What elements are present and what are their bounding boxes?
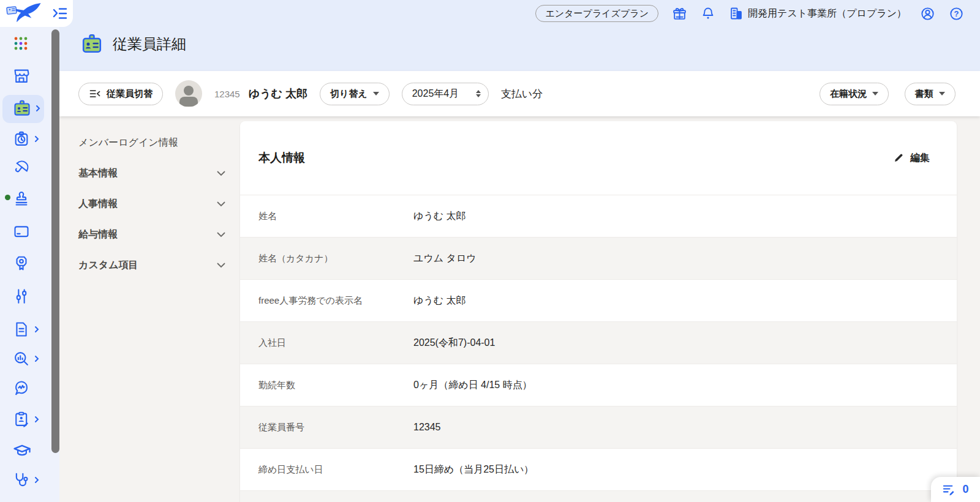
nav-item-custom-fields[interactable]: カスタム項目 <box>78 250 225 280</box>
row-value: ゆうむ 太郎 <box>413 210 466 223</box>
enrollment-status-label: 在籍状況 <box>830 88 867 100</box>
help-icon[interactable]: ? <box>949 6 964 21</box>
nav-item-label: カスタム項目 <box>78 259 138 272</box>
sidebar-item-survey[interactable] <box>0 411 49 428</box>
chevron-right-icon <box>35 104 41 113</box>
row-value: 12345 <box>413 422 441 433</box>
caret-down-icon <box>939 92 945 96</box>
period-suffix: 支払い分 <box>501 87 543 101</box>
info-row: 締め日支払い日 15日締め（当月25日払い） <box>240 448 957 490</box>
chevron-down-icon <box>217 232 225 238</box>
row-label: freee人事労務での表示名 <box>258 295 413 307</box>
sidebar-item-training[interactable] <box>0 441 49 460</box>
employee-number: 12345 <box>214 89 240 99</box>
edit-label: 編集 <box>910 152 930 165</box>
page-title: 従業員詳細 <box>113 34 186 54</box>
topbar: エンタープライズプラン <box>59 0 980 27</box>
period-select-value: 2025年4月 <box>412 88 459 100</box>
row-value: 2025(令和7)-04-01 <box>413 337 495 350</box>
employee-badge-icon <box>13 99 31 118</box>
list-switch-icon <box>89 88 101 100</box>
apps-grid-icon <box>13 36 29 51</box>
freee-logo[interactable] <box>5 2 43 25</box>
switch-employee-button[interactable]: 従業員切替 <box>78 83 163 105</box>
employee-name: ゆうむ 太郎 <box>249 86 307 101</box>
app-header: エンタープライズプラン <box>59 0 980 71</box>
chevron-right-icon <box>34 476 40 484</box>
switch-dropdown-button[interactable]: 切り替え <box>320 83 390 105</box>
company-menu[interactable]: 開発用テスト事業所（プロプラン） <box>729 6 907 21</box>
employee-avatar <box>175 80 202 107</box>
row-value: 15日締め（当月25日払い） <box>413 463 533 476</box>
enrollment-status-button[interactable]: 在籍状況 <box>820 83 889 105</box>
sidebar-item-benefits[interactable] <box>0 255 49 272</box>
sidebar-item-documents[interactable] <box>0 321 49 338</box>
sidebar-item-employees[interactable] <box>0 99 49 118</box>
sidebar-item-attendance[interactable] <box>0 130 49 148</box>
sidebar-item-apps[interactable] <box>0 36 49 51</box>
sidebar-item-insight[interactable] <box>0 380 49 397</box>
app-sidebar <box>0 0 59 502</box>
chevron-right-icon <box>34 325 40 334</box>
stethoscope-icon <box>13 471 30 489</box>
info-row: 入社日 2025(令和7)-04-01 <box>240 321 957 364</box>
card-title: 本人情報 <box>258 150 305 166</box>
row-label: 入社日 <box>258 337 413 349</box>
row-label: 勤続年数 <box>258 380 413 391</box>
nav-item-label: メンバーログイン情報 <box>78 137 178 149</box>
row-label: 従業員番号 <box>258 422 413 433</box>
chevron-down-icon <box>217 171 225 176</box>
nav-item-label: 給与情報 <box>78 228 118 241</box>
sidebar-item-leave[interactable] <box>0 159 49 176</box>
approval-notification-dot <box>5 195 10 200</box>
gift-icon[interactable] <box>672 6 687 21</box>
stepper-arrows-icon <box>476 90 481 97</box>
sidebar-item-store[interactable] <box>0 67 49 84</box>
page-title-row: 従業員詳細 <box>81 33 186 55</box>
sidebar-item-payroll[interactable] <box>0 223 49 240</box>
nav-item-label: 人事情報 <box>78 198 118 211</box>
company-name: 開発用テスト事業所（プロプラン） <box>748 7 907 20</box>
bell-icon[interactable] <box>701 6 715 21</box>
chevron-down-icon <box>217 201 225 207</box>
sidebar-scrollbar[interactable] <box>51 29 59 453</box>
caret-down-icon <box>373 92 379 96</box>
nav-item-hr-info[interactable]: 人事情報 <box>78 189 225 219</box>
row-value: 0ヶ月（締め日 4/15 時点） <box>413 379 532 392</box>
row-label: 姓名 <box>258 211 413 222</box>
svg-text:?: ? <box>954 9 959 18</box>
row-value: ユウム タロウ <box>413 252 477 265</box>
employee-badge-icon <box>81 33 103 55</box>
main-content: メンバーログイン情報 基本情報 人事情報 給与情報 カスタム項目 本人情報 編集 <box>59 116 980 502</box>
chevron-down-icon <box>217 263 225 268</box>
switch-employee-label: 従業員切替 <box>107 88 153 100</box>
period-select[interactable]: 2025年4月 <box>402 83 489 105</box>
info-row <box>240 490 957 502</box>
time-clock-icon <box>13 130 30 148</box>
umbrella-icon <box>13 159 30 176</box>
edit-button[interactable]: 編集 <box>893 152 930 165</box>
medal-icon <box>13 255 30 272</box>
account-icon[interactable] <box>920 6 935 21</box>
sidebar-item-health[interactable] <box>0 471 49 489</box>
row-label: 締め日支払い日 <box>258 464 413 476</box>
plan-badge: エンタープライズプラン <box>535 5 658 22</box>
row-label: 姓名（カタカナ） <box>258 253 413 264</box>
info-row: 姓名（カタカナ） ユウム タロウ <box>240 237 957 279</box>
nav-item-member-login[interactable]: メンバーログイン情報 <box>78 127 225 158</box>
task-count: 0 <box>962 483 968 496</box>
stamp-icon <box>13 190 30 208</box>
nav-item-salary-info[interactable]: 給与情報 <box>78 219 225 250</box>
task-list-icon <box>942 482 956 496</box>
nav-item-basic-info[interactable]: 基本情報 <box>78 158 225 189</box>
documents-label: 書類 <box>915 88 933 100</box>
sidebar-item-settings-sliders[interactable] <box>0 288 49 305</box>
documents-button[interactable]: 書類 <box>905 83 956 105</box>
sidebar-item-reports[interactable] <box>0 350 49 367</box>
caret-down-icon <box>872 92 878 96</box>
store-icon <box>13 67 30 84</box>
task-list-widget[interactable]: 0 <box>931 477 980 502</box>
logo-area <box>0 0 73 27</box>
insight-bubble-icon <box>13 380 30 397</box>
sidebar-collapse-icon[interactable] <box>51 6 69 21</box>
